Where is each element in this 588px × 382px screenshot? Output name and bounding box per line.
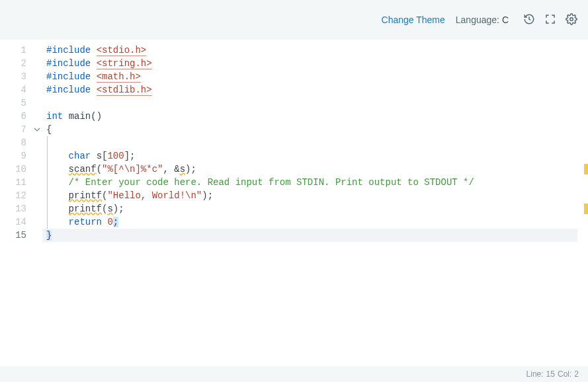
line-number: 4	[0, 83, 26, 96]
fold-slot	[32, 202, 42, 215]
fold-slot	[32, 149, 42, 163]
code-line[interactable]: }	[46, 229, 577, 242]
line-number: 12	[0, 189, 26, 202]
change-theme-link[interactable]: Change Theme	[382, 15, 445, 25]
settings-icon[interactable]	[566, 13, 577, 27]
line-number: 5	[0, 96, 26, 110]
status-col-label: Col:	[558, 369, 571, 379]
fold-slot	[32, 163, 42, 176]
language-label: Language:	[456, 15, 499, 25]
fold-slot	[32, 189, 42, 202]
line-number: 1	[0, 44, 26, 57]
warning-marker[interactable]	[584, 164, 588, 174]
code-line[interactable]: #include <math.h>	[46, 70, 577, 83]
fold-slot	[32, 83, 42, 96]
fold-slot	[32, 96, 42, 110]
fold-gutter	[32, 40, 42, 366]
code-line[interactable]: /* Enter your code here. Read input from…	[46, 176, 577, 189]
fold-slot	[32, 215, 42, 229]
language-indicator[interactable]: Language: C	[456, 15, 509, 25]
code-line[interactable]: #include <stdlib.h>	[46, 83, 577, 96]
line-number: 7	[0, 123, 26, 136]
code-area[interactable]: #include <stdio.h>#include <string.h>#in…	[42, 40, 577, 366]
editor-toolbar: Change Theme Language: C	[0, 0, 588, 40]
line-number: 10	[0, 163, 26, 176]
line-number: 2	[0, 57, 26, 70]
fold-slot	[32, 136, 42, 149]
fold-slot	[32, 110, 42, 123]
fold-slot	[32, 176, 42, 189]
history-icon[interactable]	[523, 13, 535, 27]
fullscreen-icon[interactable]	[544, 13, 556, 27]
fold-slot	[32, 229, 42, 242]
code-line[interactable]: printf(s);	[46, 202, 577, 215]
svg-point-0	[570, 17, 573, 20]
line-number: 13	[0, 202, 26, 215]
status-col-value: 2	[574, 369, 579, 379]
fold-toggle[interactable]	[32, 123, 42, 136]
line-number: 6	[0, 110, 26, 123]
line-number: 3	[0, 70, 26, 83]
status-line-value: 15	[546, 369, 555, 379]
line-number: 15	[0, 229, 26, 242]
code-line[interactable]	[46, 136, 577, 149]
status-line-label: Line:	[526, 369, 544, 379]
code-line[interactable]: return 0;	[46, 215, 577, 229]
code-line[interactable]: scanf("%[^\n]%*c", &s);	[46, 163, 577, 176]
code-line[interactable]: #include <stdio.h>	[46, 44, 577, 57]
marker-column	[577, 40, 588, 366]
fold-slot	[32, 57, 42, 70]
line-number: 11	[0, 176, 26, 189]
code-line[interactable]: int main()	[46, 110, 577, 123]
language-value: C	[502, 15, 509, 25]
line-number: 14	[0, 215, 26, 229]
code-line[interactable]: char s[100];	[46, 149, 577, 163]
code-line[interactable]: {	[46, 123, 577, 136]
code-line[interactable]: printf("Hello, World!\n");	[46, 189, 577, 202]
code-line[interactable]: #include <string.h>	[46, 57, 577, 70]
line-number: 8	[0, 136, 26, 149]
warning-marker[interactable]	[584, 204, 588, 214]
status-bar: Line: 15 Col: 2	[0, 366, 588, 382]
fold-slot	[32, 70, 42, 83]
line-number-gutter: 123456789101112131415	[0, 40, 32, 366]
fold-slot	[32, 44, 42, 57]
code-line[interactable]	[46, 96, 577, 110]
code-editor[interactable]: 123456789101112131415 #include <stdio.h>…	[0, 40, 588, 366]
line-number: 9	[0, 149, 26, 163]
